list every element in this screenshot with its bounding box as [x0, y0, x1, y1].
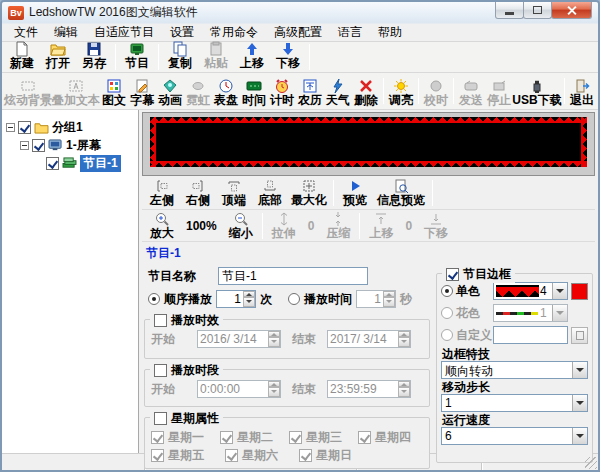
color-swatch-button[interactable]: [571, 283, 588, 300]
align-right-button[interactable]: 右侧: [180, 177, 216, 208]
maximize-area-button[interactable]: 最大化: [288, 177, 330, 208]
single-color-radio[interactable]: [441, 285, 453, 297]
sequence-count-spinner[interactable]: 1: [216, 290, 256, 308]
delete-x-icon: [358, 78, 374, 94]
tree-node-label: 分组1: [52, 119, 83, 136]
lunar-calendar-icon: [302, 78, 318, 94]
subtitle-button[interactable]: 字幕: [128, 77, 156, 108]
brightness-button[interactable]: 调亮: [387, 77, 415, 108]
align-top-button[interactable]: 顶端: [216, 177, 252, 208]
combo-arrow-button[interactable]: [552, 283, 567, 299]
weekday-checkbox: [151, 449, 164, 462]
lunar-button[interactable]: 农历: [296, 77, 324, 108]
tree-node-group[interactable]: 分组1: [6, 118, 136, 136]
resize-grip[interactable]: [585, 457, 597, 469]
send-icon: [463, 78, 479, 94]
weekday-checkbox: [358, 431, 371, 444]
timer-button[interactable]: 计时: [268, 77, 296, 108]
maximize-button[interactable]: [523, 2, 552, 19]
tree-node-program[interactable]: 节目-1: [34, 154, 136, 172]
usb-icon: [529, 78, 545, 94]
custom-border-input: [493, 326, 568, 344]
align-right-icon: [190, 178, 206, 194]
program-checkbox[interactable]: [46, 157, 59, 170]
preview-button[interactable]: 预览: [337, 177, 373, 208]
alarm-clock-icon: [274, 78, 290, 94]
time-range-group: 播放时段 开始 0:00:00 结束 23:59:59: [144, 369, 430, 407]
sequence-play-radio[interactable]: [148, 293, 160, 305]
stop-button: 停止: [485, 77, 513, 108]
screen-checkbox[interactable]: [32, 139, 45, 152]
lightning-icon: [330, 78, 346, 94]
move-up-button[interactable]: 上移: [234, 40, 270, 71]
graphic-text-button[interactable]: 图文: [100, 77, 128, 108]
usb-download-button[interactable]: USB下载: [513, 77, 561, 108]
time-button[interactable]: 时间: [240, 77, 268, 108]
minimize-button[interactable]: [495, 2, 524, 19]
save-as-button[interactable]: 另存: [76, 40, 112, 71]
toolbar-separator: [262, 213, 263, 239]
border-effect-combo[interactable]: 顺向转动: [441, 361, 588, 379]
collapse-icon[interactable]: [6, 123, 15, 132]
led-screen-canvas[interactable]: [150, 117, 587, 167]
close-button[interactable]: [551, 2, 592, 19]
move-step-combo[interactable]: 1: [441, 394, 588, 412]
copy-button[interactable]: 复制: [162, 40, 198, 71]
folder-icon: [34, 121, 49, 134]
lace-pattern-preview: [496, 312, 538, 315]
start-time-field: 0:00:00: [197, 380, 281, 398]
neon-button: 霓虹: [184, 77, 212, 108]
menu-help[interactable]: 帮助: [370, 23, 410, 42]
combo-arrow-button[interactable]: [572, 395, 587, 411]
delete-button[interactable]: 删除: [352, 77, 380, 108]
tree-node-label: 1-屏幕: [66, 137, 101, 154]
animation-button[interactable]: 动画: [156, 77, 184, 108]
zoom-in-button[interactable]: 放大: [144, 210, 180, 241]
main-area: 分组1 1-屏幕 节目-1: [2, 110, 598, 453]
start-date-label: 开始: [151, 331, 193, 348]
exit-button[interactable]: 退出: [568, 77, 596, 108]
play-time-radio[interactable]: [288, 293, 300, 305]
digital-time-icon: [246, 78, 262, 94]
weekday-checkbox: [220, 431, 233, 444]
info-preview-button[interactable]: 信息预览: [373, 177, 429, 208]
move-down-button[interactable]: 下移: [270, 40, 306, 71]
play-time-spinner: 1: [356, 290, 396, 308]
program-name-input[interactable]: [218, 267, 368, 285]
toolbar-separator: [359, 213, 360, 239]
week-checkbox[interactable]: [154, 412, 167, 425]
open-button[interactable]: 打开: [40, 40, 76, 71]
weekday-checkbox: [151, 431, 164, 444]
single-color-combo[interactable]: 4: [493, 282, 568, 300]
toolbar-separator: [309, 44, 310, 70]
run-speed-combo[interactable]: 6: [441, 427, 588, 445]
graphic-text-icon: [106, 78, 122, 94]
time-range-checkbox[interactable]: [154, 364, 167, 377]
menu-language[interactable]: 语言: [330, 23, 370, 42]
toolbar-separator: [158, 44, 159, 70]
times-suffix-label: 次: [260, 291, 272, 308]
end-time-label: 结束: [285, 381, 323, 398]
browse-button: [571, 327, 588, 344]
end-date-label: 结束: [285, 331, 323, 348]
new-button[interactable]: 新建: [4, 40, 40, 71]
save-icon: [86, 41, 102, 57]
valid-period-checkbox[interactable]: [154, 314, 167, 327]
spin-down-button[interactable]: [243, 297, 255, 307]
main-toolbar: 新建 打开 另存 节目 复制 粘贴 上移 下移: [2, 42, 598, 73]
align-bottom-button[interactable]: 底部: [252, 177, 288, 208]
dial-button[interactable]: 表盘: [212, 77, 240, 108]
tree-node-screen[interactable]: 1-屏幕: [20, 136, 136, 154]
compress-icon: [330, 211, 346, 227]
zoom-out-button[interactable]: 缩小: [223, 210, 259, 241]
group-checkbox[interactable]: [18, 121, 31, 134]
status-cell: [482, 454, 598, 470]
combo-arrow-button[interactable]: [572, 362, 587, 378]
align-left-button[interactable]: 左侧: [144, 177, 180, 208]
collapse-icon[interactable]: [20, 141, 29, 150]
program-button[interactable]: 节目: [119, 40, 155, 71]
combo-arrow-button[interactable]: [572, 428, 587, 444]
border-checkbox[interactable]: [446, 268, 459, 281]
sync-time-button: 校时: [422, 77, 450, 108]
weather-button[interactable]: 天气: [324, 77, 352, 108]
